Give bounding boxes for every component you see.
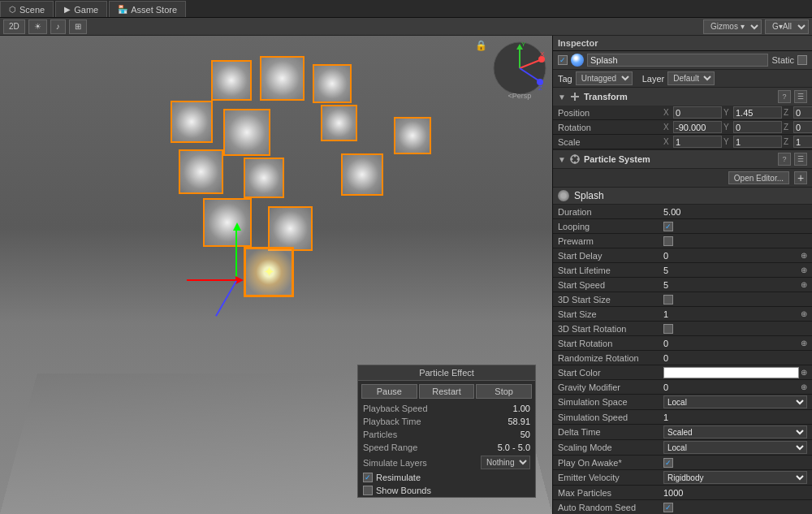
gravity-modifier-label: Gravity Modifier (558, 382, 663, 392)
transform-menu-icon[interactable]: ☰ (794, 90, 807, 103)
randomize-rotation-value: 0 (663, 353, 807, 363)
tab-game[interactable]: ▶ Game (55, 1, 107, 17)
position-y-input[interactable] (733, 106, 782, 119)
open-editor-button[interactable]: Open Editor... (728, 171, 789, 184)
rotation-z-input[interactable] (793, 121, 812, 133)
prewarm-label: Prewarm (558, 236, 663, 246)
rotation-x-input[interactable] (673, 121, 722, 133)
particle-box (260, 56, 304, 101)
fx-button[interactable]: ⊞ (69, 19, 87, 34)
svg-rect-11 (574, 93, 576, 101)
particle-system-component: ▼ Particle System ? ☰ (553, 150, 812, 514)
simulate-layers-select[interactable]: Nothing (481, 456, 530, 469)
duration-value: 5.00 (663, 207, 807, 217)
mode-2d-button[interactable]: 2D (3, 19, 25, 34)
start-size-value: 1 (663, 309, 801, 319)
start-speed-label: Start Speed (558, 280, 663, 290)
scale-z-input[interactable] (793, 136, 812, 148)
transform-settings-icon[interactable]: ? (778, 90, 791, 103)
auto-random-seed-checkbox[interactable] (663, 503, 673, 512)
resimulate-checkbox[interactable] (363, 473, 373, 482)
scene-view[interactable]: ✦ Y X (0, 36, 552, 514)
audio-button[interactable]: ♪ (50, 19, 66, 34)
position-x-input[interactable] (673, 106, 722, 119)
static-checkbox[interactable] (797, 55, 807, 65)
position-xyz: X Y Z (663, 106, 812, 119)
scaling-mode-select[interactable]: Local (663, 441, 807, 454)
play-on-awake-checkbox[interactable] (663, 458, 673, 468)
delta-time-select[interactable]: Scaled (663, 425, 807, 438)
layer-select[interactable]: Default (667, 71, 715, 85)
scale-x-input[interactable] (673, 136, 722, 148)
start-color-swatch[interactable] (663, 367, 799, 378)
position-z-input[interactable] (793, 106, 812, 119)
show-bounds-label: Show Bounds (376, 486, 431, 495)
ps-icon (569, 153, 581, 165)
tab-scene[interactable]: ⬡ Scene (0, 1, 54, 17)
gravity-modifier-row: Gravity Modifier 0 ⊕ (553, 380, 812, 395)
ps-component-icons: ? ☰ (778, 153, 807, 166)
object-active-checkbox[interactable] (558, 55, 568, 65)
looping-label: Looping (558, 222, 663, 231)
simulation-space-select[interactable]: Local (663, 395, 807, 408)
emitter-velocity-select[interactable]: Rigidbody (663, 471, 807, 484)
start-lifetime-label: Start Lifetime (558, 266, 663, 275)
position-label: Position (558, 108, 663, 118)
start-color-label: Start Color (558, 368, 663, 378)
max-particles-label: Max Particles (558, 488, 663, 498)
svg-point-14 (573, 162, 576, 164)
particles-label: Particles (363, 430, 397, 439)
simulation-space-row: Simulation Space Local (553, 395, 812, 410)
ps-settings-icon[interactable]: ? (778, 153, 791, 166)
inspector-scroll[interactable]: Splash Static Tag Untagged Layer Default… (553, 51, 812, 514)
speed-range-label: Speed Range (363, 443, 417, 452)
playback-speed-label: Playback Speed (363, 404, 428, 413)
lock-icon[interactable]: 🔒 (475, 40, 487, 51)
show-bounds-checkbox[interactable] (363, 486, 373, 495)
speed-range-row: Speed Range 5.0 - 5.0 (358, 441, 535, 454)
lighting-button[interactable]: ☀ (28, 19, 47, 34)
stop-button[interactable]: Stop (476, 384, 532, 399)
simulation-speed-value: 1 (663, 412, 807, 422)
3d-start-rotation-checkbox[interactable] (663, 324, 673, 334)
tag-select[interactable]: Untagged (576, 71, 633, 85)
transform-component: ▼ Transform ? ☰ Position X (553, 88, 812, 150)
scale-y-input[interactable] (733, 136, 782, 148)
auto-random-seed-label: Auto Random Seed (558, 503, 663, 512)
all-select[interactable]: G▾All (765, 19, 809, 34)
start-size-row: Start Size 1 ⊕ (553, 307, 812, 322)
object-icon (571, 54, 584, 67)
object-header: Splash Static (553, 51, 812, 70)
ps-add-btn[interactable]: + (794, 171, 807, 184)
rotation-y-input[interactable] (733, 121, 782, 133)
ps-name-row: Splash (553, 188, 812, 205)
simulate-layers-row: Simulate Layers Nothing (358, 454, 535, 471)
prewarm-checkbox[interactable] (663, 236, 673, 246)
particle-box (171, 101, 213, 143)
looping-checkbox[interactable] (663, 222, 673, 231)
rotation-row: Rotation X Y Z (553, 120, 812, 135)
playback-time-label: Playback Time (363, 417, 421, 426)
toolbar: 2D ☀ ♪ ⊞ Gizmos ▾ G▾All (0, 18, 812, 36)
transform-header[interactable]: ▼ Transform ? ☰ (553, 88, 812, 106)
gizmos-select[interactable]: Gizmos ▾ (703, 19, 762, 34)
object-name-input[interactable]: Splash (587, 54, 768, 67)
start-delay-label: Start Delay (558, 251, 663, 261)
play-on-awake-row: Play On Awake* (553, 456, 812, 470)
restart-button[interactable]: Restart (419, 384, 475, 399)
play-on-awake-label: Play On Awake* (558, 458, 663, 468)
particle-box (394, 117, 431, 154)
ps-title: Particle System (584, 154, 775, 164)
duration-row: Duration 5.00 (553, 205, 812, 219)
particle-box (341, 153, 383, 196)
start-speed-value: 5 (663, 280, 801, 290)
ps-menu-icon[interactable]: ☰ (794, 153, 807, 166)
start-lifetime-value: 5 (663, 266, 801, 275)
tab-asset-store[interactable]: 🏪 Asset Store (109, 1, 186, 17)
start-rotation-row: Start Rotation 0 ⊕ (553, 336, 812, 351)
3d-start-size-checkbox[interactable] (663, 295, 673, 305)
particles-row: Particles 50 (358, 428, 535, 441)
ps-properties: Duration 5.00 Looping Prewarm Start Dela… (553, 205, 812, 514)
open-editor-row: Open Editor... + (553, 169, 812, 188)
pause-button[interactable]: Pause (361, 384, 417, 399)
